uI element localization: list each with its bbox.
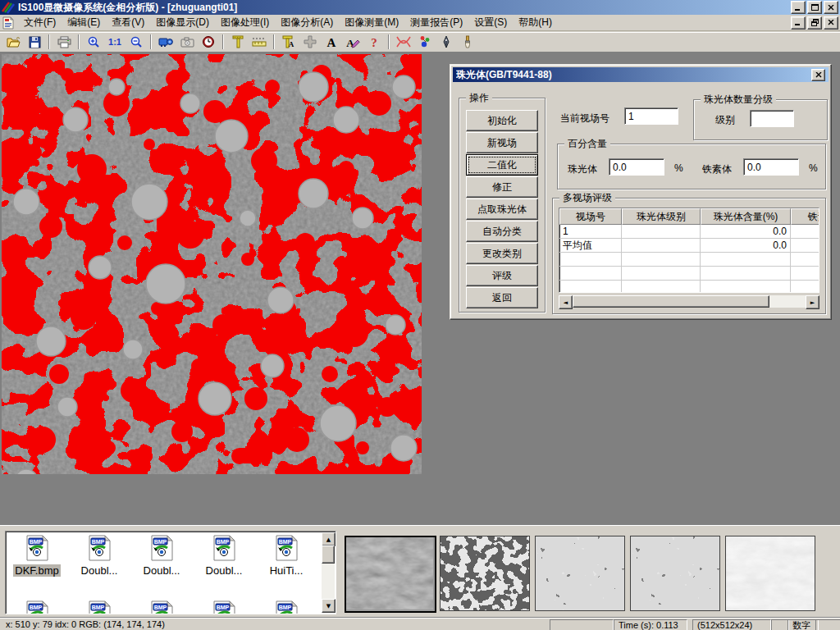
pen-tool-icon[interactable]: [436, 33, 457, 51]
close-button[interactable]: [824, 1, 838, 14]
file-item[interactable]: BMP: [132, 600, 191, 614]
file-item[interactable]: BMP: [70, 600, 129, 614]
menu-view[interactable]: 查看(V): [106, 14, 150, 31]
caliper-icon[interactable]: [227, 33, 249, 51]
phase-color-dots-icon[interactable]: [414, 33, 436, 51]
zoom-out-icon[interactable]: [126, 33, 147, 51]
file-item[interactable]: BMP: [257, 600, 316, 614]
mdi-minimize-button[interactable]: [791, 16, 806, 30]
file-item[interactable]: BMP HuiTi...: [257, 535, 316, 577]
return-button[interactable]: 返回: [466, 287, 538, 308]
table-row[interactable]: 1 0.0: [559, 225, 819, 239]
thumbnail-4[interactable]: [630, 536, 720, 611]
menu-image-measure[interactable]: 图像测量(M): [339, 14, 404, 31]
file-item[interactable]: BMP: [7, 600, 66, 614]
file-name[interactable]: HuiTi...: [268, 564, 305, 577]
rate-button[interactable]: 评级: [466, 265, 538, 286]
mdi-close-button[interactable]: [824, 16, 838, 30]
change-class-button[interactable]: 更改类别: [466, 243, 538, 264]
thumbnail-5[interactable]: [725, 536, 815, 611]
processing-time: Time (s): 0.113: [614, 619, 687, 630]
ferrite-value-input[interactable]: [743, 158, 799, 176]
dotted-ruler-icon[interactable]: [249, 33, 270, 51]
menu-image-display[interactable]: 图像显示(D): [150, 14, 215, 31]
table-header-row: 视场号 珠光体级别 珠光体含量(%) 铁素体含量(%): [559, 208, 819, 225]
file-item[interactable]: BMP Doubl...: [194, 535, 253, 577]
file-name[interactable]: Doubl...: [80, 564, 120, 577]
auto-classify-button[interactable]: 自动分类: [466, 221, 538, 242]
file-name[interactable]: DKF.bmp: [13, 564, 60, 577]
title-bar: IS100显微摄像系统(金相分析版) - [zhuguangti01]: [0, 0, 840, 15]
bmp-file-icon: BMP: [148, 535, 175, 561]
menu-edit[interactable]: 编辑(E): [62, 14, 106, 31]
menu-settings[interactable]: 设置(S): [468, 14, 513, 31]
pick-pearlite-button[interactable]: 点取珠光体: [466, 199, 538, 220]
save-icon[interactable]: [24, 33, 45, 51]
dialog-title-bar[interactable]: 珠光体(GB/T9441-88): [453, 67, 829, 82]
file-item[interactable]: BMP DKF.bmp: [7, 535, 66, 577]
brush-tool-icon[interactable]: [457, 33, 478, 51]
dialog-close-icon[interactable]: [811, 69, 825, 81]
minimize-button[interactable]: [791, 1, 806, 14]
scroll-right-icon[interactable]: ►: [806, 295, 819, 309]
table-row[interactable]: 平均值 0.0: [559, 239, 819, 253]
thumbnail-2[interactable]: [440, 536, 530, 611]
svg-text:1:1: 1:1: [108, 37, 121, 47]
mdi-restore-button[interactable]: [807, 16, 822, 30]
snapshot-camera-icon[interactable]: [176, 33, 198, 51]
current-field-input[interactable]: [624, 107, 678, 125]
thumbnail-1[interactable]: [345, 536, 436, 613]
scrollbar-thumb[interactable]: [573, 295, 769, 308]
file-name[interactable]: Doubl...: [142, 564, 182, 577]
scroll-up-icon[interactable]: ▲: [322, 532, 336, 546]
open-folder-icon[interactable]: [2, 33, 24, 51]
new-field-button[interactable]: 新视场: [466, 132, 538, 153]
help-question-icon[interactable]: ?: [363, 33, 385, 51]
header-pearlite-level[interactable]: 珠光体级别: [622, 208, 701, 225]
zoom-in-icon[interactable]: [83, 33, 104, 51]
table-row[interactable]: [559, 267, 819, 281]
timer-clock-icon[interactable]: [198, 33, 219, 51]
level-input[interactable]: [750, 110, 794, 127]
menu-image-analysis[interactable]: 图像分析(A): [275, 14, 339, 31]
file-list-scrollbar[interactable]: ▲ ▼: [322, 532, 335, 613]
pearlite-value-input[interactable]: [609, 158, 664, 176]
menu-measure-report[interactable]: 测量报告(P): [404, 14, 468, 31]
header-field-no[interactable]: 视场号: [559, 208, 622, 225]
scrollbar-thumb[interactable]: [322, 546, 335, 564]
app-logo-icon: [2, 1, 15, 14]
menu-help[interactable]: 帮助(H): [513, 14, 558, 31]
document-icon: [2, 16, 15, 30]
menu-image-process[interactable]: 图像处理(I): [215, 14, 275, 31]
text-a-icon[interactable]: A: [321, 33, 342, 51]
annotate-pencil-icon[interactable]: A: [342, 33, 363, 51]
header-pearlite-content[interactable]: 珠光体含量(%): [701, 208, 791, 225]
table-row[interactable]: [559, 281, 819, 293]
file-item[interactable]: BMP Doubl...: [132, 535, 191, 577]
menu-file[interactable]: 文件(F): [18, 14, 62, 31]
grading-group: 珠光体数量分级 级别: [693, 99, 828, 140]
caliper-text-icon[interactable]: A: [278, 33, 299, 51]
metallograph-image[interactable]: [2, 54, 422, 474]
thumbnail-3[interactable]: [535, 536, 625, 611]
table-row[interactable]: [559, 253, 819, 267]
merge-cross-icon[interactable]: [299, 33, 321, 51]
scroll-left-icon[interactable]: ◄: [559, 295, 573, 309]
init-button[interactable]: 初始化: [466, 110, 538, 131]
header-ferrite-content[interactable]: 铁素体含量(%): [791, 208, 819, 225]
table-horizontal-scrollbar[interactable]: ◄ ►: [559, 295, 819, 308]
correct-button[interactable]: 修正: [466, 176, 538, 198]
maximize-button[interactable]: [807, 1, 822, 14]
print-icon[interactable]: [53, 33, 75, 51]
status-panel-empty: [771, 619, 789, 630]
file-item[interactable]: BMP Doubl...: [70, 535, 129, 577]
video-capture-icon[interactable]: [155, 33, 176, 51]
file-name[interactable]: Doubl...: [204, 564, 244, 577]
level-label: 级别: [715, 113, 735, 127]
scroll-down-icon[interactable]: ▼: [322, 599, 336, 613]
binarize-button[interactable]: 二值化: [466, 154, 538, 176]
actual-size-icon[interactable]: 1:1: [104, 33, 126, 51]
svg-text:BMP: BMP: [279, 539, 292, 545]
file-item[interactable]: BMP: [194, 600, 253, 614]
curve-tool-icon[interactable]: [393, 33, 414, 51]
